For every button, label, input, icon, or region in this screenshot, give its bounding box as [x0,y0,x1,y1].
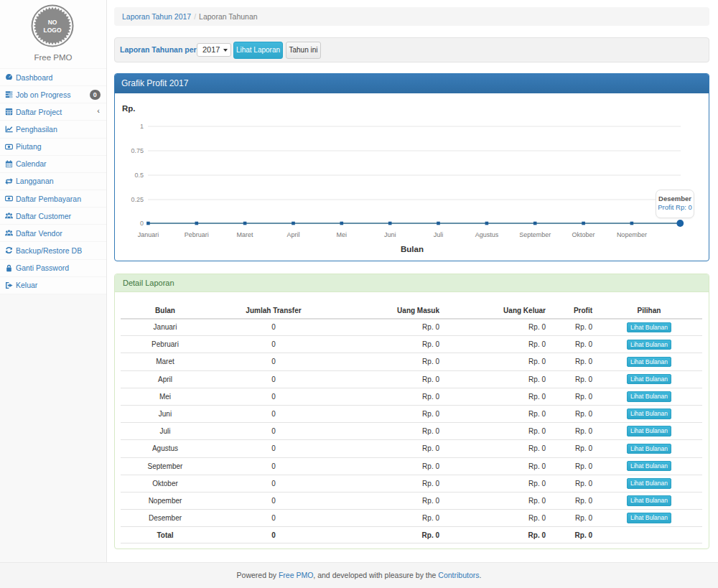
svg-text:0.75: 0.75 [131,147,144,154]
svg-text:0: 0 [140,220,144,227]
svg-text:Agustus: Agustus [475,231,499,238]
svg-text:Nopember: Nopember [617,231,647,238]
svg-text:NO: NO [48,19,57,26]
svg-text:Juli: Juli [434,231,444,238]
svg-text:Maret: Maret [237,231,254,238]
svg-text:0.25: 0.25 [131,196,144,203]
svg-text:Rp.: Rp. [122,104,136,113]
svg-text:Oktober: Oktober [572,231,595,238]
svg-text:1: 1 [140,123,144,130]
svg-text:0.5: 0.5 [134,172,144,179]
svg-text:Juni: Juni [384,231,396,238]
svg-text:Bulan: Bulan [401,245,424,253]
svg-text:Januari: Januari [138,231,159,238]
svg-text:Pebruari: Pebruari [185,231,209,238]
svg-text:April: April [286,231,299,238]
svg-text:LOGO: LOGO [43,27,61,34]
svg-text:Mei: Mei [337,231,348,238]
svg-text:September: September [519,231,551,238]
